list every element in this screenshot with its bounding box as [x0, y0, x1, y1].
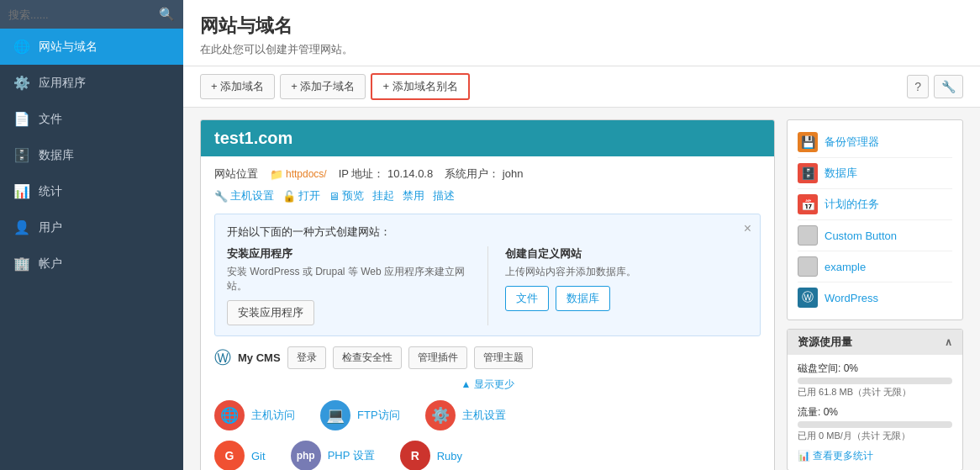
sidebar-item-accounts[interactable]: 🏢 帐户	[0, 246, 183, 282]
desc-link[interactable]: 描述	[433, 188, 455, 203]
backup-label: 备份管理器	[825, 135, 879, 150]
quick-links: 🌐 主机访问 💻 FTP访问 ⚙️ 主机设置	[214, 400, 761, 430]
search-box[interactable]: 🔍	[0, 0, 183, 29]
sidebar-item-users[interactable]: 👤 用户	[0, 209, 183, 246]
custom-file-button[interactable]: 文件	[505, 286, 549, 311]
traffic-usage-item: 流量: 0% 已用 0 MB/月（共计 无限）	[798, 405, 952, 442]
custom-button-icon	[798, 225, 818, 246]
ftp-icon: 💻	[320, 400, 350, 430]
example-label: example	[825, 261, 866, 273]
domain-header: test1.com	[201, 120, 774, 156]
wordpress-icon: Ⓦ	[798, 288, 818, 308]
divider	[487, 246, 488, 325]
wordpress-link[interactable]: Ⓦ WordPress	[798, 283, 952, 313]
sidebar-item-websites-label: 网站与域名	[39, 40, 97, 55]
ftp-access-label: FTP访问	[357, 408, 400, 423]
disk-sub: 已用 61.8 MB（共计 无限）	[798, 386, 952, 399]
sidebar-item-files-label: 文件	[39, 112, 62, 127]
wrench-icon: 🔧	[941, 80, 956, 93]
sidebar-item-files[interactable]: 📄 文件	[0, 101, 183, 137]
example-icon	[798, 256, 818, 277]
suspend-link[interactable]: 挂起	[372, 188, 394, 203]
custom-db-button[interactable]: 数据库	[556, 286, 610, 311]
add-alias-button[interactable]: + 添加域名别名	[371, 73, 469, 100]
right-panel: 💾 备份管理器 🗄️ 数据库 📅 计划的任务 Custom Button	[787, 119, 963, 470]
sidebar-item-databases-label: 数据库	[39, 148, 74, 163]
preview-icon: 🖥	[329, 190, 340, 203]
files-icon: 📄	[13, 111, 30, 127]
close-icon[interactable]: ×	[744, 221, 751, 236]
schedule-link[interactable]: 📅 计划的任务	[798, 189, 952, 220]
sidebar-item-websites[interactable]: 🌐 网站与域名	[0, 29, 183, 65]
install-col-desc: 安装 WordPress 或 Drupal 等 Web 应用程序来建立网站。	[227, 265, 471, 293]
open-icon: 🔓	[282, 190, 296, 203]
site-location-label: 网站位置	[214, 166, 258, 182]
php-link[interactable]: php PHP 设置	[291, 441, 375, 470]
host-settings2-icon: ⚙️	[425, 400, 456, 430]
host-access-link[interactable]: 🌐 主机访问	[214, 400, 295, 430]
custom-col-desc: 上传网站内容并添加数据库。	[505, 265, 749, 279]
resources-title: 资源使用量	[798, 335, 852, 350]
host-settings2-link[interactable]: ⚙️ 主机设置	[425, 400, 506, 430]
help-button[interactable]: ?	[907, 75, 929, 98]
custom-button-link[interactable]: Custom Button	[798, 220, 952, 251]
cms-plugins-button[interactable]: 管理插件	[408, 346, 467, 369]
sidebar-item-users-label: 用户	[39, 220, 62, 235]
open-link[interactable]: 🔓 打开	[282, 188, 320, 203]
backup-link[interactable]: 💾 备份管理器	[798, 127, 952, 158]
domain-actions: 🔧 主机设置 🔓 打开 🖥 预览 挂起	[214, 188, 761, 203]
cms-name: My CMS	[238, 351, 281, 364]
sidebar-item-databases[interactable]: 🗄️ 数据库	[0, 137, 183, 173]
search-input[interactable]	[8, 8, 154, 21]
httpdocs-link[interactable]: httpdocs/	[286, 168, 327, 180]
git-link[interactable]: G Git	[214, 441, 266, 470]
sidebar-item-apps-label: 应用程序	[39, 76, 86, 91]
cms-logo-icon: Ⓦ	[214, 346, 231, 369]
resources-collapse-icon[interactable]: ∧	[945, 336, 952, 348]
install-col: 安装应用程序 安装 WordPress 或 Drupal 等 Web 应用程序来…	[227, 246, 471, 325]
git-icon: G	[214, 441, 245, 470]
page-title: 网站与域名	[200, 13, 963, 39]
resources-header: 资源使用量 ∧	[788, 330, 962, 355]
wordpress-label: WordPress	[825, 292, 878, 304]
custom-col: 创建自定义网站 上传网站内容并添加数据库。 文件 数据库	[505, 246, 749, 325]
database-link[interactable]: 🗄️ 数据库	[798, 158, 952, 189]
add-subdomain-button[interactable]: + 添加子域名	[280, 74, 366, 99]
resources-body: 磁盘空间: 0% 已用 61.8 MB（共计 无限） 流量: 0% 已用 0 M…	[788, 355, 962, 470]
sidebar-item-stats-label: 统计	[39, 184, 62, 199]
page-header: 网站与域名 在此处您可以创建并管理网站。	[183, 0, 980, 66]
stats-icon: 📊	[798, 450, 810, 462]
install-apps-button[interactable]: 安装应用程序	[227, 300, 314, 325]
traffic-bar-bg	[798, 421, 952, 428]
custom-button-label: Custom Button	[825, 230, 897, 242]
schedule-icon: 📅	[798, 194, 818, 214]
cms-themes-button[interactable]: 管理主题	[474, 346, 533, 369]
host-settings2-label: 主机设置	[462, 408, 506, 423]
cms-security-button[interactable]: 检查安全性	[333, 346, 402, 369]
database-icon: 🗄️	[798, 163, 818, 183]
more-stats-link[interactable]: 📊 查看更多统计	[798, 450, 873, 462]
folder-icon: 📁	[270, 168, 283, 181]
sidebar-item-apps[interactable]: ⚙️ 应用程序	[0, 65, 183, 101]
resources-section: 资源使用量 ∧ 磁盘空间: 0% 已用 61.8 MB（共计 无限） 流量: 0…	[787, 329, 963, 470]
cms-login-button[interactable]: 登录	[287, 346, 326, 369]
create-banner: × 开始以下面的一种方式创建网站： 安装应用程序 安装 WordPress 或 …	[214, 214, 761, 336]
ruby-link[interactable]: R Ruby	[400, 441, 462, 470]
ftp-access-link[interactable]: 💻 FTP访问	[320, 400, 400, 430]
host-settings-link[interactable]: 🔧 主机设置	[214, 188, 274, 203]
create-banner-grid: 安装应用程序 安装 WordPress 或 Drupal 等 Web 应用程序来…	[227, 246, 748, 325]
disk-label: 磁盘空间: 0%	[798, 362, 952, 376]
settings-button[interactable]: 🔧	[934, 75, 963, 98]
ban-link[interactable]: 禁用	[403, 188, 424, 203]
add-domain-button[interactable]: + 添加域名	[200, 74, 275, 99]
example-link[interactable]: example	[798, 251, 952, 283]
host-access-label: 主机访问	[251, 408, 295, 423]
traffic-label: 流量: 0%	[798, 405, 952, 420]
show-less-link[interactable]: ▲ 显示更少	[214, 378, 761, 392]
preview-link[interactable]: 🖥 预览	[329, 188, 364, 203]
sidebar-item-stats[interactable]: 📊 统计	[0, 173, 183, 209]
domain-card: test1.com 网站位置 📁 httpdocs/ IP 地址： 10.14.…	[200, 119, 775, 470]
quick-access-section: 💾 备份管理器 🗄️ 数据库 📅 计划的任务 Custom Button	[787, 119, 963, 320]
domain-info: 网站位置 📁 httpdocs/ IP 地址： 10.14.0.8 系统用户： …	[214, 166, 761, 182]
quick-links-row2: G Git php PHP 设置 R Ruby	[214, 441, 761, 470]
